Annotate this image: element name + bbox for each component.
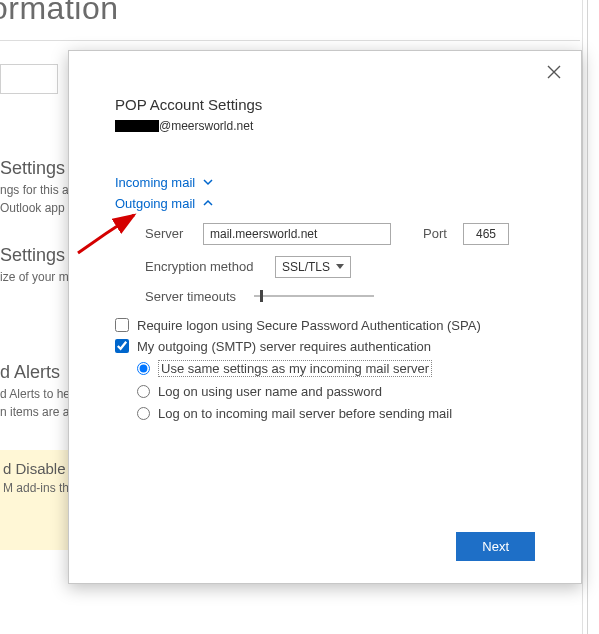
bg-box: [0, 64, 58, 94]
smtp-auth-checkbox[interactable]: [115, 339, 129, 353]
radio-incoming-before-label: Log on to incoming mail server before se…: [158, 406, 452, 421]
redacted-username: [115, 120, 159, 132]
outgoing-mail-section[interactable]: Outgoing mail: [115, 196, 535, 211]
radio-same-settings[interactable]: [137, 362, 150, 375]
radio-incoming-before-row[interactable]: Log on to incoming mail server before se…: [137, 406, 535, 421]
radio-same-settings-row[interactable]: Use same settings as my incoming mail se…: [137, 360, 535, 377]
spa-label: Require logon using Secure Password Auth…: [137, 318, 481, 333]
radio-user-pass-row[interactable]: Log on using user name and password: [137, 384, 535, 399]
caret-down-icon: [336, 264, 344, 269]
encryption-label: Encryption method: [145, 259, 265, 274]
bg-section-mailbox-settings: Settings ize of your m: [0, 245, 69, 284]
server-timeouts-label: Server timeouts: [145, 289, 236, 304]
smtp-auth-label: My outgoing (SMTP) server requires authe…: [137, 339, 431, 354]
server-label: Server: [145, 226, 193, 241]
spa-checkbox-row[interactable]: Require logon using Secure Password Auth…: [115, 318, 535, 333]
pop-account-settings-dialog: POP Account Settings @meersworld.net Inc…: [68, 50, 582, 584]
outgoing-mail-label: Outgoing mail: [115, 196, 195, 211]
bg-section-rules-alerts: d Alerts d Alerts to he n items are ad: [0, 362, 76, 419]
close-button[interactable]: [547, 65, 563, 81]
bg-heading: d Disable: [3, 460, 65, 477]
spa-checkbox[interactable]: [115, 318, 129, 332]
account-email: @meersworld.net: [115, 118, 535, 133]
page-title: ormation: [0, 0, 119, 27]
dialog-title: POP Account Settings: [115, 96, 535, 113]
divider: [587, 0, 588, 634]
bg-link[interactable]: Outlook app w: [0, 201, 77, 215]
encryption-value: SSL/TLS: [282, 260, 330, 274]
email-domain: @meersworld.net: [159, 119, 253, 133]
encryption-select[interactable]: SSL/TLS: [275, 256, 351, 278]
slider-thumb[interactable]: [260, 290, 263, 302]
chevron-down-icon: [203, 177, 213, 187]
port-input[interactable]: [463, 223, 509, 245]
bg-text: d Alerts to he: [0, 387, 76, 401]
bg-section-addins: d Disable M add-ins tha: [0, 450, 68, 550]
server-timeouts-slider[interactable]: [254, 295, 374, 297]
divider: [0, 40, 580, 41]
bg-text: ngs for this ac: [0, 183, 77, 197]
radio-user-pass-label: Log on using user name and password: [158, 384, 382, 399]
incoming-mail-label: Incoming mail: [115, 175, 195, 190]
radio-incoming-before[interactable]: [137, 407, 150, 420]
port-label: Port: [423, 226, 453, 241]
close-icon: [547, 65, 561, 79]
divider: [582, 0, 583, 634]
bg-text: n items are ad: [0, 405, 76, 419]
chevron-up-icon: [203, 198, 213, 208]
radio-same-settings-label: Use same settings as my incoming mail se…: [158, 360, 432, 377]
bg-heading: Settings: [0, 158, 77, 179]
smtp-auth-checkbox-row[interactable]: My outgoing (SMTP) server requires authe…: [115, 339, 535, 354]
bg-section-account-settings: Settings ngs for this ac Outlook app w: [0, 158, 77, 215]
bg-text: ize of your m: [0, 270, 69, 284]
bg-heading: d Alerts: [0, 362, 76, 383]
next-button[interactable]: Next: [456, 532, 535, 561]
radio-user-pass[interactable]: [137, 385, 150, 398]
server-input[interactable]: [203, 223, 391, 245]
bg-text: M add-ins tha: [3, 481, 65, 495]
incoming-mail-section[interactable]: Incoming mail: [115, 175, 535, 190]
bg-heading: Settings: [0, 245, 69, 266]
